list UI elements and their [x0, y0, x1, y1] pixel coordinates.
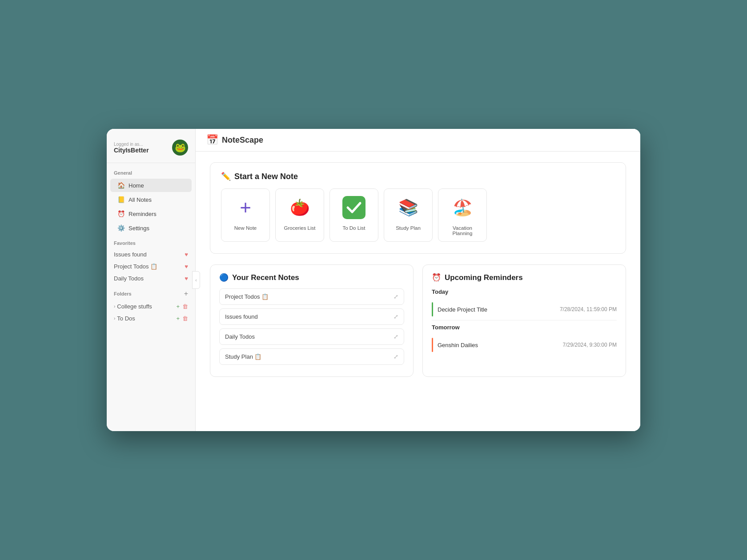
- recent-notes-section: 🔵 Your Recent Notes Project Todos 📋 ⤢ Is…: [210, 264, 414, 377]
- sidebar-allnotes-label: All Notes: [129, 196, 152, 203]
- study-plan-note-label: Study Plan 📋: [225, 353, 262, 360]
- groceries-label: Groceries List: [284, 225, 316, 231]
- reminder-genshin-date: 7/29/2024, 9:30:00 PM: [563, 342, 617, 348]
- fav-issues-found-label: Issues found: [114, 251, 147, 258]
- template-new-note[interactable]: + New Note: [221, 188, 270, 242]
- issues-found-note-label: Issues found: [225, 313, 258, 320]
- user-info: Logged in as... CityIsBetter: [114, 142, 168, 154]
- app-window: Logged in as... CityIsBetter 🐸 General 🏠…: [107, 129, 640, 431]
- open-note-icon-4: ⤢: [394, 353, 398, 360]
- favorites-section-label: Favorites: [107, 239, 195, 248]
- heart-icon-issues: ♥: [185, 251, 188, 258]
- new-note-label: New Note: [234, 225, 257, 231]
- groceries-icon: 🍅: [286, 194, 313, 221]
- open-note-icon-2: ⤢: [394, 313, 398, 320]
- sidebar-folder-college[interactable]: › College stuffs + 🗑: [107, 300, 195, 312]
- new-note-icon: +: [232, 194, 259, 221]
- recent-note-project-todos[interactable]: Project Todos 📋 ⤢: [219, 288, 404, 305]
- notes-icon: 📒: [117, 196, 125, 203]
- avatar: 🐸: [172, 140, 188, 156]
- template-todo[interactable]: To Do List: [329, 188, 378, 242]
- reminders-section: ⏰ Upcoming Reminders Today Decide Projec…: [422, 264, 626, 377]
- open-note-icon: ⤢: [394, 293, 398, 300]
- todo-icon: [341, 194, 367, 221]
- start-new-note-section: ✏️ Start a New Note + New Note 🍅 Groceri: [210, 162, 626, 254]
- settings-icon: ⚙️: [117, 224, 125, 232]
- chevron-right-icon: ›: [114, 304, 115, 309]
- logged-in-label: Logged in as...: [114, 142, 168, 147]
- add-to-folder-icon-2[interactable]: +: [176, 315, 180, 322]
- sidebar-settings-label: Settings: [129, 225, 149, 232]
- recent-note-study-plan[interactable]: Study Plan 📋 ⤢: [219, 348, 404, 365]
- fav-project-todos-label: Project Todos 📋: [114, 263, 157, 270]
- content-area: ✏️ Start a New Note + New Note 🍅 Groceri: [196, 152, 640, 431]
- folder-todos-actions: + 🗑: [176, 315, 188, 322]
- app-name: NoteScape: [222, 136, 263, 145]
- todo-label: To Do List: [342, 225, 365, 231]
- home-icon: 🏠: [117, 182, 125, 189]
- sidebar-fav-project-todos[interactable]: Project Todos 📋 ♥: [107, 260, 195, 272]
- folder-college-label: College stuffs: [117, 303, 152, 310]
- sidebar-item-home[interactable]: 🏠 Home: [110, 179, 192, 192]
- folders-header: Folders +: [107, 288, 195, 300]
- daily-todos-note-label: Daily Todos: [225, 333, 255, 340]
- sidebar-collapse-button[interactable]: ‹: [192, 271, 200, 289]
- recent-note-daily-todos[interactable]: Daily Todos ⤢: [219, 328, 404, 345]
- reminders-title: ⏰ Upcoming Reminders: [432, 273, 617, 282]
- chevron-right-icon-2: ›: [114, 316, 115, 321]
- sidebar-home-label: Home: [129, 182, 144, 189]
- reminder-bar-green: [432, 302, 433, 316]
- folder-todos-label: To Dos: [117, 315, 135, 322]
- pencil-icon: ✏️: [221, 172, 231, 181]
- template-groceries[interactable]: 🍅 Groceries List: [275, 188, 324, 242]
- add-folder-button[interactable]: +: [184, 290, 188, 298]
- vacation-icon: 🏖️: [449, 194, 476, 221]
- bottom-sections: 🔵 Your Recent Notes Project Todos 📋 ⤢ Is…: [210, 264, 626, 377]
- reminder-decide-text: Decide Project Title: [438, 306, 555, 313]
- fav-daily-todos-label: Daily Todos: [114, 275, 144, 282]
- sidebar-item-all-notes[interactable]: 📒 All Notes: [110, 193, 192, 206]
- add-to-folder-icon[interactable]: +: [176, 303, 180, 310]
- note-templates-list: + New Note 🍅 Groceries List: [221, 188, 615, 244]
- reminders-title-icon: ⏰: [432, 273, 441, 282]
- sidebar-item-settings[interactable]: ⚙️ Settings: [110, 221, 192, 235]
- general-section-label: General: [107, 168, 195, 178]
- delete-folder-icon[interactable]: 🗑: [182, 303, 188, 310]
- svg-rect-0: [342, 196, 365, 219]
- recent-note-issues-found[interactable]: Issues found ⤢: [219, 308, 404, 325]
- username: CityIsBetter: [114, 147, 168, 154]
- start-note-title: ✏️ Start a New Note: [221, 172, 615, 181]
- sidebar-folder-todos[interactable]: › To Dos + 🗑: [107, 312, 195, 324]
- sidebar-item-reminders[interactable]: ⏰ Reminders: [110, 207, 192, 220]
- user-profile: Logged in as... CityIsBetter 🐸: [107, 136, 195, 163]
- sidebar-fav-issues-found[interactable]: Issues found ♥: [107, 248, 195, 260]
- delete-folder-icon-2[interactable]: 🗑: [182, 315, 188, 322]
- topbar: 📅 NoteScape: [196, 129, 640, 152]
- heart-icon-project: ♥: [185, 263, 188, 270]
- open-note-icon-3: ⤢: [394, 333, 398, 340]
- plus-icon: +: [240, 198, 251, 217]
- vacation-label: Vacation Planning: [444, 225, 481, 236]
- sidebar: Logged in as... CityIsBetter 🐸 General 🏠…: [107, 129, 196, 431]
- recent-notes-icon: 🔵: [219, 273, 229, 282]
- reminder-genshin: Genshin Dailies 7/29/2024, 9:30:00 PM: [432, 334, 617, 356]
- recent-notes-title: 🔵 Your Recent Notes: [219, 273, 404, 282]
- template-vacation[interactable]: 🏖️ Vacation Planning: [438, 188, 487, 242]
- folders-section-label: Folders: [114, 291, 132, 296]
- main-content: 📅 NoteScape ✏️ Start a New Note +: [196, 129, 640, 431]
- app-logo: 📅 NoteScape: [206, 134, 263, 146]
- study-plan-icon: 📚: [395, 194, 422, 221]
- reminder-decide-name: Decide Project Title: [438, 306, 555, 313]
- sidebar-reminders-label: Reminders: [129, 211, 157, 217]
- template-study-plan[interactable]: 📚 Study Plan: [384, 188, 433, 242]
- tomorrow-label: Tomorrow: [432, 324, 617, 331]
- today-label: Today: [432, 288, 617, 295]
- sidebar-fav-daily-todos[interactable]: Daily Todos ♥: [107, 272, 195, 284]
- heart-icon-daily: ♥: [185, 275, 188, 282]
- reminder-genshin-text: Genshin Dailies: [438, 342, 558, 348]
- reminder-decide-date: 7/28/2024, 11:59:00 PM: [560, 306, 617, 312]
- reminder-decide-project: Decide Project Title 7/28/2024, 11:59:00…: [432, 299, 617, 320]
- reminder-bar-orange: [432, 338, 433, 352]
- study-plan-label: Study Plan: [396, 225, 421, 231]
- logo-icon: 📅: [206, 134, 218, 146]
